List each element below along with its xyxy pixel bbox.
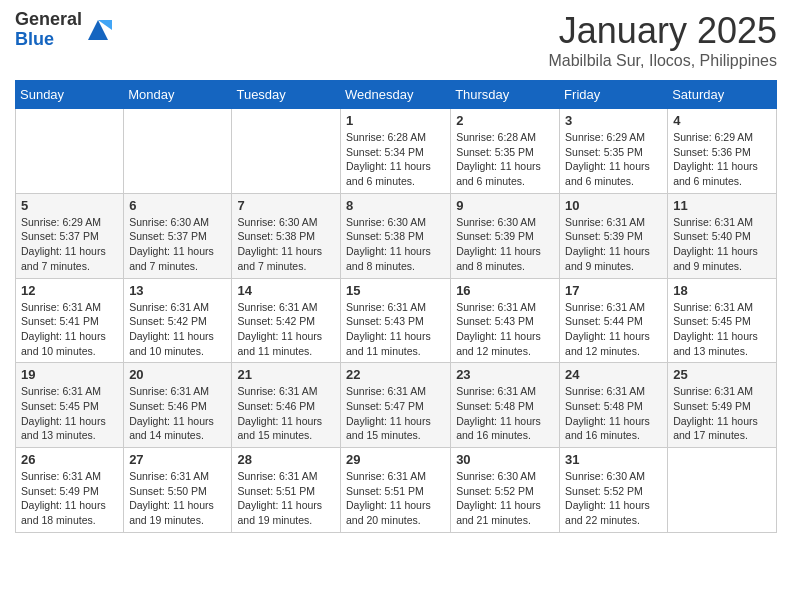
day-info: Sunrise: 6:31 AM Sunset: 5:45 PM Dayligh… — [21, 384, 118, 443]
location-title: Mabilbila Sur, Ilocos, Philippines — [548, 52, 777, 70]
calendar-cell: 24Sunrise: 6:31 AM Sunset: 5:48 PM Dayli… — [560, 363, 668, 448]
logo: General Blue — [15, 10, 112, 50]
day-number: 31 — [565, 452, 662, 467]
day-number: 22 — [346, 367, 445, 382]
calendar-day-header: Saturday — [668, 81, 777, 109]
calendar-cell: 1Sunrise: 6:28 AM Sunset: 5:34 PM Daylig… — [341, 109, 451, 194]
day-info: Sunrise: 6:31 AM Sunset: 5:47 PM Dayligh… — [346, 384, 445, 443]
calendar-cell: 5Sunrise: 6:29 AM Sunset: 5:37 PM Daylig… — [16, 193, 124, 278]
day-info: Sunrise: 6:29 AM Sunset: 5:36 PM Dayligh… — [673, 130, 771, 189]
calendar-cell: 28Sunrise: 6:31 AM Sunset: 5:51 PM Dayli… — [232, 448, 341, 533]
title-area: January 2025 Mabilbila Sur, Ilocos, Phil… — [548, 10, 777, 70]
day-info: Sunrise: 6:29 AM Sunset: 5:37 PM Dayligh… — [21, 215, 118, 274]
day-info: Sunrise: 6:30 AM Sunset: 5:37 PM Dayligh… — [129, 215, 226, 274]
day-number: 7 — [237, 198, 335, 213]
day-info: Sunrise: 6:31 AM Sunset: 5:50 PM Dayligh… — [129, 469, 226, 528]
calendar-cell: 14Sunrise: 6:31 AM Sunset: 5:42 PM Dayli… — [232, 278, 341, 363]
calendar-cell: 26Sunrise: 6:31 AM Sunset: 5:49 PM Dayli… — [16, 448, 124, 533]
logo-blue-text: Blue — [15, 29, 54, 49]
day-info: Sunrise: 6:31 AM Sunset: 5:43 PM Dayligh… — [346, 300, 445, 359]
calendar-week-row: 12Sunrise: 6:31 AM Sunset: 5:41 PM Dayli… — [16, 278, 777, 363]
calendar-cell: 9Sunrise: 6:30 AM Sunset: 5:39 PM Daylig… — [451, 193, 560, 278]
day-info: Sunrise: 6:31 AM Sunset: 5:46 PM Dayligh… — [129, 384, 226, 443]
day-number: 10 — [565, 198, 662, 213]
day-info: Sunrise: 6:31 AM Sunset: 5:51 PM Dayligh… — [237, 469, 335, 528]
calendar-day-header: Monday — [124, 81, 232, 109]
day-number: 26 — [21, 452, 118, 467]
day-info: Sunrise: 6:31 AM Sunset: 5:48 PM Dayligh… — [456, 384, 554, 443]
day-info: Sunrise: 6:31 AM Sunset: 5:49 PM Dayligh… — [21, 469, 118, 528]
calendar-day-header: Tuesday — [232, 81, 341, 109]
calendar-cell: 8Sunrise: 6:30 AM Sunset: 5:38 PM Daylig… — [341, 193, 451, 278]
calendar-cell: 3Sunrise: 6:29 AM Sunset: 5:35 PM Daylig… — [560, 109, 668, 194]
calendar-cell: 29Sunrise: 6:31 AM Sunset: 5:51 PM Dayli… — [341, 448, 451, 533]
calendar-cell: 4Sunrise: 6:29 AM Sunset: 5:36 PM Daylig… — [668, 109, 777, 194]
calendar-cell: 10Sunrise: 6:31 AM Sunset: 5:39 PM Dayli… — [560, 193, 668, 278]
calendar-cell: 20Sunrise: 6:31 AM Sunset: 5:46 PM Dayli… — [124, 363, 232, 448]
calendar-cell — [232, 109, 341, 194]
day-number: 20 — [129, 367, 226, 382]
day-info: Sunrise: 6:31 AM Sunset: 5:51 PM Dayligh… — [346, 469, 445, 528]
calendar-cell — [16, 109, 124, 194]
calendar-week-row: 5Sunrise: 6:29 AM Sunset: 5:37 PM Daylig… — [16, 193, 777, 278]
day-number: 14 — [237, 283, 335, 298]
day-info: Sunrise: 6:31 AM Sunset: 5:45 PM Dayligh… — [673, 300, 771, 359]
day-number: 13 — [129, 283, 226, 298]
day-info: Sunrise: 6:30 AM Sunset: 5:38 PM Dayligh… — [237, 215, 335, 274]
day-number: 17 — [565, 283, 662, 298]
month-title: January 2025 — [548, 10, 777, 52]
day-info: Sunrise: 6:30 AM Sunset: 5:52 PM Dayligh… — [565, 469, 662, 528]
logo-general-text: General — [15, 9, 82, 29]
day-info: Sunrise: 6:30 AM Sunset: 5:39 PM Dayligh… — [456, 215, 554, 274]
day-info: Sunrise: 6:31 AM Sunset: 5:49 PM Dayligh… — [673, 384, 771, 443]
calendar-day-header: Friday — [560, 81, 668, 109]
day-number: 2 — [456, 113, 554, 128]
day-info: Sunrise: 6:31 AM Sunset: 5:48 PM Dayligh… — [565, 384, 662, 443]
day-number: 28 — [237, 452, 335, 467]
calendar-cell: 16Sunrise: 6:31 AM Sunset: 5:43 PM Dayli… — [451, 278, 560, 363]
calendar-cell: 30Sunrise: 6:30 AM Sunset: 5:52 PM Dayli… — [451, 448, 560, 533]
day-info: Sunrise: 6:31 AM Sunset: 5:42 PM Dayligh… — [237, 300, 335, 359]
day-number: 23 — [456, 367, 554, 382]
day-number: 5 — [21, 198, 118, 213]
calendar-cell — [124, 109, 232, 194]
day-number: 30 — [456, 452, 554, 467]
calendar-day-header: Sunday — [16, 81, 124, 109]
calendar-cell: 6Sunrise: 6:30 AM Sunset: 5:37 PM Daylig… — [124, 193, 232, 278]
calendar-cell: 23Sunrise: 6:31 AM Sunset: 5:48 PM Dayli… — [451, 363, 560, 448]
calendar-table: SundayMondayTuesdayWednesdayThursdayFrid… — [15, 80, 777, 533]
calendar-cell: 27Sunrise: 6:31 AM Sunset: 5:50 PM Dayli… — [124, 448, 232, 533]
calendar-cell: 11Sunrise: 6:31 AM Sunset: 5:40 PM Dayli… — [668, 193, 777, 278]
day-info: Sunrise: 6:28 AM Sunset: 5:35 PM Dayligh… — [456, 130, 554, 189]
calendar-header-row: SundayMondayTuesdayWednesdayThursdayFrid… — [16, 81, 777, 109]
day-info: Sunrise: 6:30 AM Sunset: 5:52 PM Dayligh… — [456, 469, 554, 528]
day-number: 24 — [565, 367, 662, 382]
day-info: Sunrise: 6:29 AM Sunset: 5:35 PM Dayligh… — [565, 130, 662, 189]
calendar-cell: 17Sunrise: 6:31 AM Sunset: 5:44 PM Dayli… — [560, 278, 668, 363]
day-info: Sunrise: 6:30 AM Sunset: 5:38 PM Dayligh… — [346, 215, 445, 274]
calendar-cell: 31Sunrise: 6:30 AM Sunset: 5:52 PM Dayli… — [560, 448, 668, 533]
day-number: 29 — [346, 452, 445, 467]
day-number: 19 — [21, 367, 118, 382]
day-number: 12 — [21, 283, 118, 298]
calendar-cell: 13Sunrise: 6:31 AM Sunset: 5:42 PM Dayli… — [124, 278, 232, 363]
day-info: Sunrise: 6:31 AM Sunset: 5:43 PM Dayligh… — [456, 300, 554, 359]
day-info: Sunrise: 6:28 AM Sunset: 5:34 PM Dayligh… — [346, 130, 445, 189]
logo-icon — [84, 16, 112, 44]
day-info: Sunrise: 6:31 AM Sunset: 5:40 PM Dayligh… — [673, 215, 771, 274]
day-number: 25 — [673, 367, 771, 382]
calendar-cell: 22Sunrise: 6:31 AM Sunset: 5:47 PM Dayli… — [341, 363, 451, 448]
day-number: 6 — [129, 198, 226, 213]
day-number: 3 — [565, 113, 662, 128]
calendar-day-header: Thursday — [451, 81, 560, 109]
day-number: 4 — [673, 113, 771, 128]
day-info: Sunrise: 6:31 AM Sunset: 5:41 PM Dayligh… — [21, 300, 118, 359]
calendar-week-row: 26Sunrise: 6:31 AM Sunset: 5:49 PM Dayli… — [16, 448, 777, 533]
calendar-cell: 15Sunrise: 6:31 AM Sunset: 5:43 PM Dayli… — [341, 278, 451, 363]
calendar-week-row: 19Sunrise: 6:31 AM Sunset: 5:45 PM Dayli… — [16, 363, 777, 448]
day-info: Sunrise: 6:31 AM Sunset: 5:39 PM Dayligh… — [565, 215, 662, 274]
day-number: 8 — [346, 198, 445, 213]
day-number: 21 — [237, 367, 335, 382]
day-number: 9 — [456, 198, 554, 213]
calendar-week-row: 1Sunrise: 6:28 AM Sunset: 5:34 PM Daylig… — [16, 109, 777, 194]
